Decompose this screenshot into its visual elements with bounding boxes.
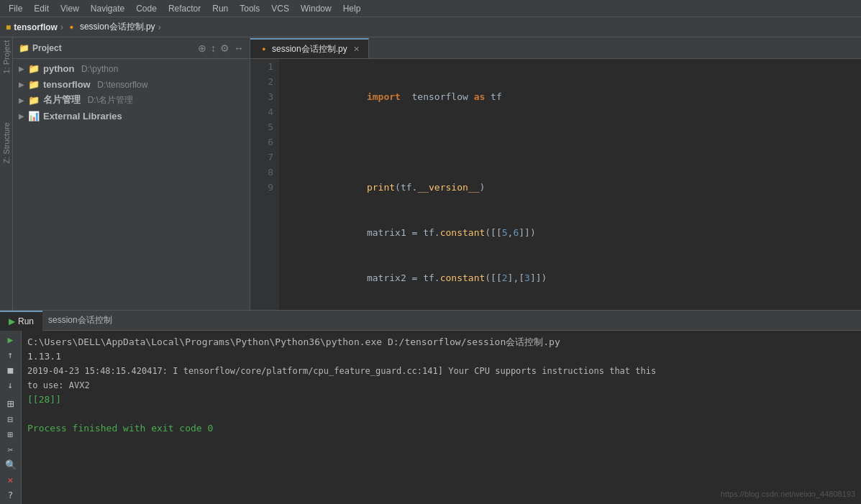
- tree-folder-tensorflow: 📁: [27, 79, 40, 90]
- bottom-tab-run[interactable]: ▶ Run: [0, 311, 42, 331]
- tree-item-python[interactable]: ▶ 📁 python D:\python: [13, 60, 250, 76]
- scroll-down-button[interactable]: ↓: [3, 379, 19, 391]
- sidebar-icons: ⊕ ↕ ⚙ ↔: [198, 42, 244, 54]
- tree-folder-namecard: 📁: [27, 95, 40, 106]
- structure-tab[interactable]: Z: Structure: [1, 119, 12, 166]
- sidebar-folder-icon: 📁: [19, 43, 29, 53]
- tree-label-python: python D:\python: [43, 63, 118, 74]
- file-icon: 🔸: [66, 22, 77, 32]
- sidebar-sort-icon[interactable]: ↕: [211, 42, 216, 54]
- bottom-controls: ▶ ↑ ■ ↓ ⊞ ⊟ ⊞ ✂ 🔍 ✕ ?: [0, 331, 22, 504]
- terminal-warning-line1: 2019-04-23 15:48:15.420417: I tensorflow…: [27, 364, 855, 378]
- watermark: https://blog.csdn.net/weixin_44808193: [721, 487, 855, 501]
- breadcrumb-toolbar: ■ tensorflow › 🔸 session会话控制.py ›: [0, 17, 861, 37]
- sidebar-expand-icon[interactable]: ↔: [234, 42, 244, 54]
- stop-button[interactable]: ■: [3, 364, 19, 376]
- tree-folder-python: 📁: [27, 63, 40, 74]
- project-tab[interactable]: 1: Project: [1, 37, 12, 76]
- line-num-8: 8: [250, 165, 273, 180]
- breadcrumb-sep2: ›: [158, 22, 161, 32]
- line-num-9: 9: [250, 180, 273, 195]
- menu-vcs[interactable]: VCS: [265, 2, 295, 15]
- code-editor[interactable]: 1 2 3 4 5 6 7 8 9 import tensorflow as t…: [250, 59, 861, 310]
- sidebar-title: Project: [32, 43, 62, 53]
- line-num-5: 5: [250, 119, 273, 134]
- help-button[interactable]: ?: [3, 489, 19, 501]
- menu-code[interactable]: Code: [130, 2, 163, 15]
- tree-arrow-python: ▶: [16, 65, 27, 73]
- run-button[interactable]: ▶: [3, 334, 19, 346]
- terminal-version-line: 1.13.1: [27, 349, 855, 364]
- tab-close-btn[interactable]: ✕: [353, 45, 360, 54]
- tree-arrow-extlibs: ▶: [16, 112, 27, 120]
- sidebar-header: 📁 Project ⊕ ↕ ⚙ ↔: [13, 37, 250, 59]
- breadcrumb-sep1: ›: [60, 22, 63, 32]
- code-line-2: [285, 134, 855, 150]
- bottom-content: ▶ ↑ ■ ↓ ⊞ ⊟ ⊞ ✂ 🔍 ✕ ? C:\Users\DELL\AppD…: [0, 331, 861, 504]
- tab-file-icon: 🔸: [259, 45, 269, 54]
- run-tab-label: Run: [18, 316, 34, 326]
- line-numbers: 1 2 3 4 5 6 7 8 9: [250, 59, 279, 310]
- menu-view[interactable]: View: [55, 2, 85, 15]
- run-icon: ▶: [9, 316, 15, 326]
- code-line-1: import tensorflow as tf: [285, 89, 855, 104]
- terminal-warning-line2: to use: AVX2: [27, 378, 855, 393]
- tree-label-extlibs: External Libraries: [43, 111, 122, 122]
- collapse-button[interactable]: ⊟: [3, 413, 19, 426]
- project-sidebar: 📁 Project ⊕ ↕ ⚙ ↔ ▶ 📁 python D:\python ▶…: [13, 37, 250, 310]
- menu-edit[interactable]: Edit: [28, 2, 55, 15]
- tree-arrow-namecard: ▶: [16, 96, 27, 104]
- code-line-5: matrix2 = tf.constant([[2],[3]]): [285, 270, 855, 285]
- terminal-cmd-line: C:\Users\DELL\AppData\Local\Programs\Pyt…: [27, 335, 855, 349]
- terminal-finish-line: Process finished with exit code 0: [27, 421, 855, 436]
- structure-sidebar: 1: Project Z: Structure: [0, 37, 13, 310]
- menu-help[interactable]: Help: [337, 2, 367, 15]
- grid-button[interactable]: ⊞: [3, 397, 19, 411]
- code-content[interactable]: import tensorflow as tf print(tf.__versi…: [279, 59, 861, 310]
- bottom-tab-bar: ▶ Run session会话控制: [0, 311, 861, 331]
- tab-session[interactable]: 🔸 session会话控制.py ✕: [250, 38, 369, 58]
- line-num-7: 7: [250, 150, 273, 165]
- menu-navigate[interactable]: Navigate: [85, 2, 130, 15]
- line-num-1: 1: [250, 59, 273, 74]
- menu-file[interactable]: File: [3, 2, 28, 15]
- main-area: 1: Project Z: Structure 📁 Project ⊕ ↕ ⚙ …: [0, 37, 861, 310]
- bottom-panel: ▶ Run session会话控制 ▶ ↑ ■ ↓ ⊞ ⊟ ⊞ ✂ 🔍 ✕ ? …: [0, 310, 861, 504]
- menu-bar: File Edit View Navigate Code Refactor Ru…: [0, 0, 861, 17]
- editor-area: 🔸 session会话控制.py ✕ 1 2 3 4 5 6 7 8 9 imp: [250, 37, 861, 310]
- terminal-output: C:\Users\DELL\AppData\Local\Programs\Pyt…: [22, 331, 861, 504]
- cut-button[interactable]: ✂: [3, 444, 19, 456]
- tree-item-tensorflow[interactable]: ▶ 📁 tensorflow D:\tensorflow: [13, 76, 250, 92]
- menu-tools[interactable]: Tools: [234, 2, 265, 15]
- tree-label-tensorflow: tensorflow D:\tensorflow: [43, 79, 147, 90]
- tree-arrow-tensorflow: ▶: [16, 81, 27, 88]
- breadcrumb-project[interactable]: tensorflow: [14, 22, 58, 32]
- menu-refactor[interactable]: Refactor: [163, 2, 206, 15]
- run-session-label: session会话控制: [48, 314, 112, 326]
- terminal-blank: [27, 407, 855, 421]
- code-line-3: print(tf.__version__): [285, 180, 855, 195]
- sidebar-settings-icon[interactable]: ⚙: [220, 42, 229, 54]
- terminal-result-val: [[28]]: [27, 393, 855, 407]
- tree-item-extlibs[interactable]: ▶ 📊 External Libraries: [13, 108, 250, 124]
- tab-label: session会话控制.py: [272, 43, 347, 55]
- project-icon: ■: [6, 22, 11, 32]
- line-num-2: 2: [250, 74, 273, 89]
- code-line-4: matrix1 = tf.constant([[5,6]]): [285, 225, 855, 240]
- line-num-3: 3: [250, 89, 273, 104]
- breadcrumb-file[interactable]: session会话控制.py: [80, 21, 155, 33]
- expand-button[interactable]: ⊞: [3, 429, 19, 441]
- menu-run[interactable]: Run: [206, 2, 234, 15]
- tree-icon-extlibs: 📊: [27, 111, 40, 122]
- sidebar-content: ▶ 📁 python D:\python ▶ 📁 tensorflow D:\t…: [13, 59, 250, 310]
- menu-window[interactable]: Window: [295, 2, 337, 15]
- sidebar-add-icon[interactable]: ⊕: [198, 42, 206, 54]
- tree-item-namecard[interactable]: ▶ 📁 名片管理 D:\名片管理: [13, 92, 250, 108]
- close-run-button[interactable]: ✕: [3, 474, 19, 486]
- find-button[interactable]: 🔍: [3, 459, 19, 471]
- scroll-up-button[interactable]: ↑: [3, 349, 19, 361]
- tree-label-namecard: 名片管理 D:\名片管理: [43, 93, 133, 106]
- line-num-4: 4: [250, 104, 273, 119]
- line-num-6: 6: [250, 134, 273, 150]
- tab-bar: 🔸 session会话控制.py ✕: [250, 37, 861, 59]
